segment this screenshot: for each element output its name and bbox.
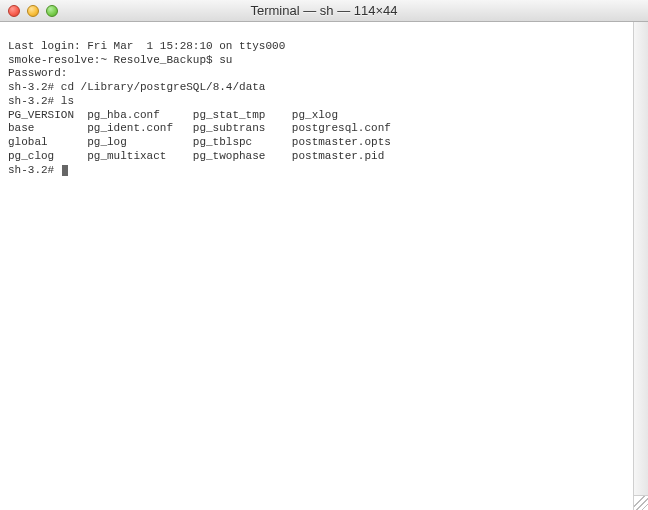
- zoom-icon[interactable]: [46, 5, 58, 17]
- file-name: PG_VERSION: [8, 109, 87, 123]
- traffic-lights: [8, 5, 58, 17]
- password-line: Password:: [8, 67, 67, 79]
- file-name: base: [8, 122, 87, 136]
- titlebar[interactable]: Terminal — sh — 114×44: [0, 0, 648, 22]
- prompt-line: sh-3.2#: [8, 164, 68, 176]
- file-name: postmaster.opts: [292, 136, 391, 150]
- file-name: pg_hba.conf: [87, 109, 193, 123]
- file-name: postmaster.pid: [292, 150, 384, 164]
- prompt-line: sh-3.2# cd /Library/postgreSQL/8.4/data: [8, 81, 265, 93]
- close-icon[interactable]: [8, 5, 20, 17]
- file-name: pg_subtrans: [193, 122, 292, 136]
- file-name: postgresql.conf: [292, 122, 391, 136]
- file-name: pg_twophase: [193, 150, 292, 164]
- terminal-window: Terminal — sh — 114×44 Last login: Fri M…: [0, 0, 648, 510]
- cursor-icon: [62, 165, 68, 176]
- resize-handle-icon[interactable]: [633, 495, 648, 510]
- scrollbar[interactable]: [633, 22, 648, 495]
- ls-row: pg_clogpg_multixactpg_twophasepostmaster…: [8, 150, 384, 162]
- file-name: global: [8, 136, 87, 150]
- file-name: pg_log: [87, 136, 193, 150]
- prompt-line: sh-3.2# ls: [8, 95, 74, 107]
- window-title: Terminal — sh — 114×44: [0, 3, 648, 18]
- ls-row: PG_VERSIONpg_hba.confpg_stat_tmppg_xlog: [8, 109, 338, 121]
- file-name: pg_tblspc: [193, 136, 292, 150]
- file-name: pg_multixact: [87, 150, 193, 164]
- last-login-line: Last login: Fri Mar 1 15:28:10 on ttys00…: [8, 40, 285, 52]
- file-name: pg_clog: [8, 150, 87, 164]
- file-name: pg_stat_tmp: [193, 109, 292, 123]
- file-name: pg_xlog: [292, 109, 338, 123]
- terminal-output[interactable]: Last login: Fri Mar 1 15:28:10 on ttys00…: [0, 22, 648, 510]
- minimize-icon[interactable]: [27, 5, 39, 17]
- ls-row: basepg_ident.confpg_subtranspostgresql.c…: [8, 122, 391, 134]
- file-name: pg_ident.conf: [87, 122, 193, 136]
- ls-row: globalpg_logpg_tblspcpostmaster.opts: [8, 136, 391, 148]
- prompt-line: smoke-resolve:~ Resolve_Backup$ su: [8, 54, 232, 66]
